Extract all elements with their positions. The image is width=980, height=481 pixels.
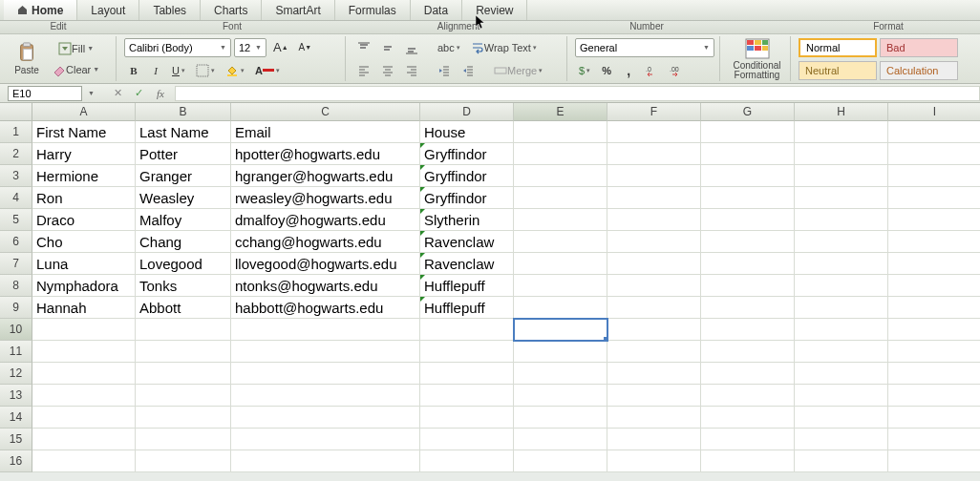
cell-A11[interactable]: [32, 341, 136, 363]
cell-A4[interactable]: Ron: [32, 187, 136, 209]
cell-B6[interactable]: Chang: [136, 231, 231, 253]
cell-I1[interactable]: [888, 121, 980, 143]
fill-color-button[interactable]: ▾: [222, 61, 248, 80]
cell-A13[interactable]: [32, 385, 136, 407]
cell-C3[interactable]: hgranger@hogwarts.edu: [231, 165, 420, 187]
cell-A15[interactable]: [32, 429, 136, 450]
menu-tab-charts[interactable]: Charts: [201, 0, 262, 20]
cell-F2[interactable]: [607, 143, 701, 165]
cell-E16[interactable]: [514, 450, 607, 472]
row-header-6[interactable]: 6: [0, 231, 32, 253]
cell-I14[interactable]: [888, 407, 980, 429]
merge-button[interactable]: Merge▾: [490, 61, 546, 80]
cell-I5[interactable]: [888, 209, 980, 231]
cell-D4[interactable]: Gryffindor: [420, 187, 514, 209]
cell-F13[interactable]: [607, 385, 701, 407]
cell-C11[interactable]: [231, 341, 420, 363]
shrink-font-button[interactable]: A▼: [295, 38, 316, 57]
cell-A5[interactable]: Draco: [32, 209, 136, 231]
style-normal[interactable]: Normal: [799, 38, 877, 57]
row-header-4[interactable]: 4: [0, 187, 32, 209]
cell-A12[interactable]: [32, 363, 136, 385]
cell-B1[interactable]: Last Name: [136, 121, 231, 143]
cell-D6[interactable]: Ravenclaw: [420, 231, 514, 253]
row-header-2[interactable]: 2: [0, 143, 32, 165]
cell-F12[interactable]: [607, 363, 701, 385]
cell-A16[interactable]: [32, 450, 136, 472]
style-bad[interactable]: Bad: [880, 38, 958, 57]
cell-F15[interactable]: [607, 429, 701, 450]
cell-E14[interactable]: [514, 407, 607, 429]
column-header-C[interactable]: C: [231, 103, 420, 121]
cell-D8[interactable]: Hufflepuff: [420, 275, 514, 297]
cell-B16[interactable]: [136, 450, 231, 472]
cell-D14[interactable]: [420, 407, 514, 429]
cell-I2[interactable]: [888, 143, 980, 165]
menu-tab-tables[interactable]: Tables: [139, 0, 201, 20]
cell-C8[interactable]: ntonks@hogwarts.edu: [231, 275, 420, 297]
cell-E1[interactable]: [514, 121, 607, 143]
paste-button[interactable]: Paste: [8, 37, 46, 81]
cell-B9[interactable]: Abbott: [136, 297, 231, 319]
cell-I3[interactable]: [888, 165, 980, 187]
select-all-corner[interactable]: [0, 103, 32, 121]
cell-F3[interactable]: [607, 165, 701, 187]
cell-D1[interactable]: House: [420, 121, 514, 143]
column-header-F[interactable]: F: [607, 103, 701, 121]
cell-B14[interactable]: [136, 407, 231, 429]
cell-H7[interactable]: [795, 253, 888, 275]
align-middle-button[interactable]: [377, 38, 398, 57]
cell-E6[interactable]: [514, 231, 607, 253]
decrease-decimal-button[interactable]: .0: [641, 61, 662, 80]
cell-F10[interactable]: [607, 319, 701, 341]
cell-E8[interactable]: [514, 275, 607, 297]
cell-G1[interactable]: [701, 121, 795, 143]
cell-I15[interactable]: [888, 429, 980, 450]
cell-E7[interactable]: [514, 253, 607, 275]
cell-I4[interactable]: [888, 187, 980, 209]
cell-H3[interactable]: [795, 165, 888, 187]
cell-E12[interactable]: [514, 363, 607, 385]
cell-D3[interactable]: Gryffindor: [420, 165, 514, 187]
cell-C9[interactable]: habbott@hogwarts.edu: [231, 297, 420, 319]
row-header-7[interactable]: 7: [0, 253, 32, 275]
cell-B15[interactable]: [136, 429, 231, 450]
cell-C4[interactable]: rweasley@hogwarts.edu: [231, 187, 420, 209]
italic-button[interactable]: I: [146, 61, 165, 80]
menu-tab-layout[interactable]: Layout: [77, 0, 139, 20]
cell-D5[interactable]: Slytherin: [420, 209, 514, 231]
cell-C1[interactable]: Email: [231, 121, 420, 143]
column-header-B[interactable]: B: [136, 103, 231, 121]
align-bottom-button[interactable]: [401, 38, 422, 57]
cell-H4[interactable]: [795, 187, 888, 209]
cell-I9[interactable]: [888, 297, 980, 319]
increase-decimal-button[interactable]: .00: [665, 61, 686, 80]
row-header-11[interactable]: 11: [0, 341, 32, 363]
cell-C15[interactable]: [231, 429, 420, 450]
cell-B8[interactable]: Tonks: [136, 275, 231, 297]
cell-B7[interactable]: Lovegood: [136, 253, 231, 275]
row-header-8[interactable]: 8: [0, 275, 32, 297]
cell-F7[interactable]: [607, 253, 701, 275]
wrap-text-button[interactable]: Wrap Text▾: [467, 38, 541, 57]
cell-F16[interactable]: [607, 450, 701, 472]
bold-button[interactable]: B: [124, 61, 143, 80]
cell-F11[interactable]: [607, 341, 701, 363]
cell-I13[interactable]: [888, 385, 980, 407]
cell-A7[interactable]: Luna: [32, 253, 136, 275]
cell-C16[interactable]: [231, 450, 420, 472]
cell-G6[interactable]: [701, 231, 795, 253]
cell-I16[interactable]: [888, 450, 980, 472]
cell-B13[interactable]: [136, 385, 231, 407]
cell-F4[interactable]: [607, 187, 701, 209]
increase-indent-button[interactable]: [458, 61, 479, 80]
cell-A2[interactable]: Harry: [32, 143, 136, 165]
cell-G16[interactable]: [701, 450, 795, 472]
accept-formula-button[interactable]: ✓: [131, 86, 148, 101]
cell-B5[interactable]: Malfoy: [136, 209, 231, 231]
style-calculation[interactable]: Calculation: [880, 61, 958, 80]
cell-E15[interactable]: [514, 429, 607, 450]
cell-F9[interactable]: [607, 297, 701, 319]
cell-H11[interactable]: [795, 341, 888, 363]
cell-E10[interactable]: [514, 319, 607, 341]
